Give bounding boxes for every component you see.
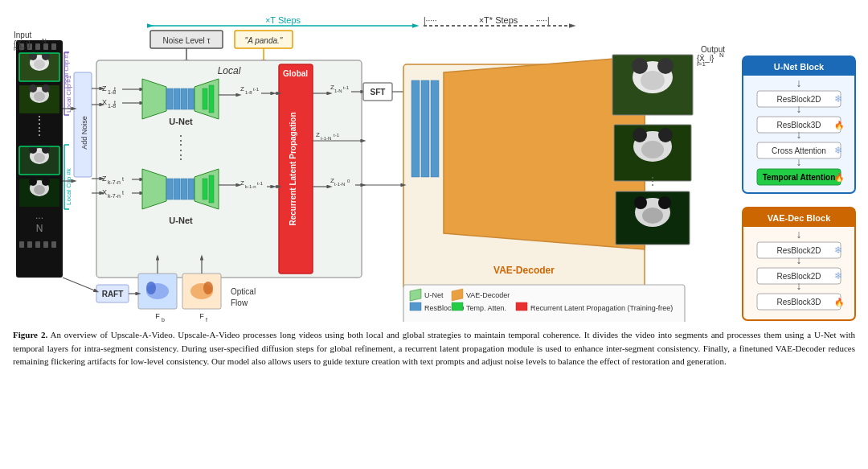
svg-text:t-1-N: t-1-N <box>321 136 331 141</box>
svg-text:↓: ↓ <box>796 102 802 115</box>
svg-text:N: N <box>36 223 43 234</box>
svg-text:Global: Global <box>283 69 308 78</box>
svg-text:...: ... <box>35 210 43 221</box>
svg-text:U-Net Block: U-Net Block <box>774 62 825 72</box>
svg-rect-24 <box>51 43 56 50</box>
svg-rect-87 <box>203 88 207 109</box>
svg-text:⋮: ⋮ <box>174 134 187 147</box>
svg-rect-107 <box>209 175 214 203</box>
svg-text:·····|: ·····| <box>536 16 550 25</box>
svg-text:ResBlock3D: ResBlock3D <box>776 298 821 306</box>
svg-text:|·····: |····· <box>424 16 437 25</box>
svg-text:b: b <box>162 317 165 322</box>
svg-rect-193 <box>452 302 463 311</box>
svg-point-170 <box>641 141 664 158</box>
svg-text:🔥: 🔥 <box>834 120 845 130</box>
svg-text:k-1-n: k-1-n <box>245 184 256 189</box>
svg-rect-82 <box>166 88 173 109</box>
svg-point-164 <box>657 58 674 74</box>
svg-text:X: X <box>102 98 107 106</box>
svg-rect-22 <box>35 43 40 50</box>
svg-text:Flow: Flow <box>231 298 248 307</box>
svg-text:Input: Input <box>14 31 31 39</box>
svg-rect-158 <box>421 80 429 177</box>
svg-text:❄: ❄ <box>834 145 842 156</box>
svg-text:N: N <box>42 37 47 44</box>
svg-rect-52 <box>43 241 48 248</box>
svg-point-42 <box>34 153 45 163</box>
svg-text:🔥: 🔥 <box>834 172 845 183</box>
svg-rect-102 <box>174 179 180 200</box>
svg-rect-191 <box>410 302 421 311</box>
svg-text:Local Clip #k: Local Clip #k <box>65 167 72 205</box>
svg-point-174 <box>658 196 671 209</box>
svg-point-163 <box>632 58 648 74</box>
svg-text:1-N: 1-N <box>334 88 342 93</box>
svg-point-29 <box>34 60 45 69</box>
svg-point-124 <box>146 282 156 294</box>
svg-point-34 <box>42 84 50 93</box>
svg-text:t: t <box>114 86 116 92</box>
svg-text:t: t <box>122 176 124 182</box>
svg-text:⋮: ⋮ <box>647 175 658 187</box>
svg-text:🔥: 🔥 <box>834 297 845 307</box>
svg-rect-49 <box>19 241 24 248</box>
diagram-area: ×T Steps ×T* Steps |····· ·····| Noise L… <box>10 8 858 322</box>
svg-text:"A panda.": "A panda." <box>245 36 283 45</box>
svg-point-48 <box>34 185 45 195</box>
svg-text:↓: ↓ <box>796 228 802 241</box>
svg-text:⋮: ⋮ <box>34 125 45 138</box>
svg-point-165 <box>641 71 665 90</box>
svg-text:Local Clip #1: Local Clip #1 <box>65 75 72 113</box>
svg-rect-51 <box>35 241 40 248</box>
svg-text:F: F <box>199 312 204 320</box>
svg-text:U-Net: U-Net <box>169 117 193 126</box>
svg-point-168 <box>633 128 647 142</box>
svg-rect-157 <box>411 80 420 177</box>
svg-text:Temporal Attention: Temporal Attention <box>763 173 836 182</box>
svg-point-47 <box>42 178 50 186</box>
svg-rect-195 <box>516 302 527 311</box>
svg-rect-88 <box>209 85 214 113</box>
main-container: ×T Steps ×T* Steps |····· ·····| Noise L… <box>0 0 868 376</box>
svg-text:VAE-Decoder: VAE-Decoder <box>466 291 510 299</box>
svg-text:Z: Z <box>102 175 107 183</box>
svg-text:U-Net: U-Net <box>169 216 193 225</box>
svg-text:Cross Attention: Cross Attention <box>772 146 826 155</box>
svg-text:↓: ↓ <box>796 155 802 168</box>
svg-text:Temp. Atten.: Temp. Atten. <box>466 304 506 312</box>
svg-text:k-7-n: k-7-n <box>108 193 121 199</box>
svg-rect-84 <box>181 88 187 109</box>
svg-text:×T Steps: ×T Steps <box>265 15 301 25</box>
svg-text:t-1: t-1 <box>257 181 264 186</box>
svg-text:f: f <box>206 317 207 322</box>
svg-text:t-1: t-1 <box>343 85 350 90</box>
figure-label: Figure 2. <box>13 330 47 339</box>
svg-text:t: t <box>114 100 116 105</box>
svg-point-169 <box>658 128 673 142</box>
svg-text:Recurrent Latent Propagation: Recurrent Latent Propagation <box>289 112 297 225</box>
caption-text: An overview of Upscale-A-Video. Upscale-… <box>13 330 855 366</box>
svg-line-121 <box>63 278 96 291</box>
svg-text:Z: Z <box>102 84 107 93</box>
svg-rect-23 <box>43 43 48 50</box>
svg-text:t-1: t-1 <box>253 87 260 92</box>
svg-text:k-7-n: k-7-n <box>108 179 121 185</box>
svg-rect-106 <box>203 179 207 200</box>
svg-text:❄: ❄ <box>834 270 842 282</box>
svg-text:RAFT: RAFT <box>102 290 124 298</box>
svg-rect-83 <box>174 88 180 109</box>
svg-text:i=1: i=1 <box>697 60 706 68</box>
svg-rect-50 <box>27 241 32 248</box>
svg-rect-101 <box>166 179 173 200</box>
architecture-diagram: ×T Steps ×T* Steps |····· ·····| Noise L… <box>10 8 858 322</box>
svg-text:VAE-Dec Block: VAE-Dec Block <box>768 213 832 223</box>
figure-caption: Figure 2. An overview of Upscale-A-Video… <box>10 328 858 368</box>
svg-text:Recurrent Latent Propagation (: Recurrent Latent Propagation (Training-f… <box>530 304 673 312</box>
svg-text:F: F <box>155 312 160 320</box>
svg-text:U-Net: U-Net <box>424 291 444 299</box>
svg-text:Z: Z <box>240 179 244 187</box>
svg-rect-85 <box>188 88 194 109</box>
svg-point-173 <box>634 196 647 209</box>
svg-text:↓: ↓ <box>796 128 802 141</box>
